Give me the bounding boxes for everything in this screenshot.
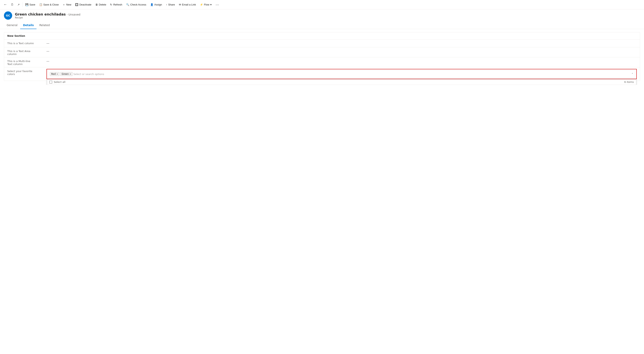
- deactivate-icon: 🔲: [75, 3, 78, 6]
- chevron-up-icon: ⌃: [632, 73, 634, 75]
- save-icon: 💾: [25, 3, 28, 6]
- divider: [22, 2, 22, 7]
- tag-red-close[interactable]: ✕: [56, 73, 58, 75]
- dropdown-panel: Select all 6 items ✓ Red: [47, 79, 636, 85]
- field-label-colors: Select your favoritecolors: [7, 69, 46, 76]
- share-icon: ↑: [166, 3, 167, 6]
- save-close-icon: 📋: [39, 3, 42, 6]
- new-button[interactable]: ＋ New: [60, 0, 73, 9]
- email-icon: ✉: [179, 3, 181, 6]
- field-label-multiline: This is a Multi-lineText column: [7, 59, 46, 66]
- assign-icon: 👤: [150, 3, 154, 6]
- email-link-button[interactable]: ✉ Email a Link: [177, 0, 198, 9]
- field-row-colors: Select your favoritecolors Red ✕ Green ✕…: [4, 67, 640, 81]
- tag-green-close[interactable]: ✕: [70, 73, 71, 75]
- flow-chevron-icon: ▾: [210, 3, 212, 6]
- field-value-textarea: ---: [46, 49, 49, 53]
- delete-icon: 🗑: [95, 3, 98, 6]
- flow-button[interactable]: ⚡ Flow ▾: [198, 0, 214, 9]
- doc-icon: 🗒: [11, 3, 14, 6]
- tab-related[interactable]: Related: [36, 22, 52, 29]
- tab-general[interactable]: General: [4, 22, 20, 29]
- assign-button[interactable]: 👤 Assign: [148, 0, 164, 9]
- check-access-button[interactable]: 🔍 Check Access: [124, 0, 148, 9]
- field-row-text: This is a Text column ---: [4, 39, 640, 47]
- record-unsaved: - Unsaved: [66, 13, 80, 16]
- tag-red-label: Red: [51, 73, 56, 75]
- new-icon: ＋: [62, 3, 65, 7]
- back-button[interactable]: ←: [2, 3, 9, 7]
- save-close-button[interactable]: 📋 Save & Close: [37, 0, 61, 9]
- main-content: New Section This is a Text column --- Th…: [0, 32, 644, 85]
- more-icon: ⋯: [216, 3, 219, 7]
- deactivate-button[interactable]: 🔲 Deactivate: [73, 0, 93, 9]
- field-value-multiline: ---: [46, 59, 49, 63]
- record-type: Recipe: [15, 16, 80, 19]
- field-label-text: This is a Text column: [7, 41, 46, 45]
- select-all-label: Select all: [54, 81, 65, 84]
- refresh-icon: ↻: [110, 3, 112, 6]
- search-placeholder: Select or search options: [73, 73, 104, 76]
- toolbar: ← 🗒 ↗ 💾 Save 📋 Save & Close ＋ New 🔲 Deac…: [0, 0, 644, 10]
- more-button[interactable]: ⋯: [214, 3, 221, 7]
- tabs: General Details Related: [0, 22, 644, 29]
- open-icon: ↗: [18, 3, 20, 6]
- field-value-text: ---: [46, 41, 49, 45]
- field-label-textarea: This is a Text Areacolumn: [7, 49, 46, 56]
- doc-icon-button[interactable]: 🗒: [9, 0, 16, 9]
- share-button[interactable]: ↑ Share: [164, 0, 177, 9]
- flow-icon: ⚡: [200, 3, 203, 6]
- color-select-field[interactable]: Red ✕ Green ✕ Select or search options ⌃: [48, 71, 635, 78]
- field-row-multiline: This is a Multi-lineText column ---: [4, 57, 640, 67]
- select-all-row[interactable]: Select all: [50, 81, 65, 84]
- tag-red: Red ✕: [50, 72, 60, 76]
- items-count: 6 items: [624, 81, 634, 84]
- record-info: Green chicken enchiladas - Unsaved Recip…: [15, 12, 80, 19]
- tag-green: Green ✕: [60, 72, 72, 76]
- avatar: GC: [4, 12, 12, 20]
- refresh-button[interactable]: ↻ Refresh: [108, 0, 124, 9]
- delete-button[interactable]: 🗑 Delete: [93, 0, 108, 9]
- new-section: New Section This is a Text column --- Th…: [4, 32, 640, 81]
- dropdown-header: Select all 6 items: [47, 79, 636, 85]
- record-title-row: Green chicken enchiladas - Unsaved: [15, 12, 80, 16]
- record-header: GC Green chicken enchiladas - Unsaved Re…: [0, 10, 644, 22]
- field-row-textarea: This is a Text Areacolumn ---: [4, 47, 640, 57]
- select-all-checkbox[interactable]: [50, 81, 52, 84]
- tag-green-label: Green: [62, 73, 69, 75]
- save-button[interactable]: 💾 Save: [23, 0, 37, 9]
- color-select-area: Red ✕ Green ✕ Select or search options ⌃: [46, 69, 637, 79]
- record-title: Green chicken enchiladas: [15, 12, 66, 16]
- check-access-icon: 🔍: [126, 3, 129, 6]
- tab-details[interactable]: Details: [20, 22, 36, 29]
- open-button[interactable]: ↗: [16, 0, 22, 9]
- section-title: New Section: [4, 32, 640, 39]
